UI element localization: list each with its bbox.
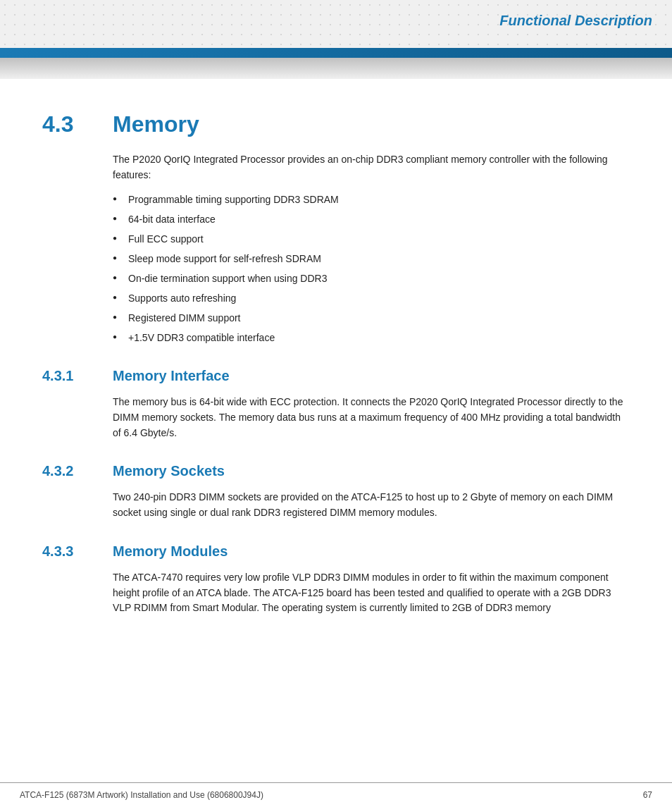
section-432-number: 4.3.2 <box>42 460 113 481</box>
bullet-item: Sleep mode support for self-refresh SDRA… <box>113 252 630 266</box>
section-43-title: Memory <box>113 107 199 141</box>
section-431: 4.3.1 Memory Interface <box>42 365 630 386</box>
section-43: 4.3 Memory <box>42 107 630 141</box>
section-433-body: The ATCA-7470 requires very low profile … <box>113 570 630 616</box>
section-433-title: Memory Modules <box>113 541 228 562</box>
bullet-item: 64-bit data interface <box>113 212 630 227</box>
bullet-item: Registered DIMM support <box>113 311 630 326</box>
gray-wave <box>0 58 672 79</box>
bullet-item: Supports auto refreshing <box>113 291 630 306</box>
section-433: 4.3.3 Memory Modules <box>42 541 630 562</box>
bullet-item: On-die termination support when using DD… <box>113 271 630 286</box>
section-43-number: 4.3 <box>42 107 113 141</box>
bullet-item: +1.5V DDR3 compatible interface <box>113 331 630 345</box>
bullet-item: Programmable timing supporting DDR3 SDRA… <box>113 192 630 207</box>
footer: ATCA-F125 (6873M Artwork) Installation a… <box>0 782 672 807</box>
header: Functional Description <box>0 0 672 48</box>
blue-stripe <box>0 48 672 58</box>
section-431-title: Memory Interface <box>113 365 230 386</box>
section-432: 4.3.2 Memory Sockets <box>42 460 630 481</box>
section-431-body: The memory bus is 64-bit wide with ECC p… <box>113 395 630 441</box>
section-431-number: 4.3.1 <box>42 365 113 386</box>
main-content: 4.3 Memory The P2020 QorIQ Integrated Pr… <box>0 79 672 682</box>
footer-left-text: ATCA-F125 (6873M Artwork) Installation a… <box>20 789 263 801</box>
bullet-item: Full ECC support <box>113 232 630 247</box>
section-43-intro: The P2020 QorIQ Integrated Processor pro… <box>113 152 630 183</box>
section-432-body: Two 240-pin DDR3 DIMM sockets are provid… <box>113 490 630 520</box>
section-43-bullets: Programmable timing supporting DDR3 SDRA… <box>113 192 630 345</box>
section-433-number: 4.3.3 <box>42 541 113 562</box>
page-title: Functional Description <box>499 10 652 31</box>
header-title-bar: Functional Description <box>457 0 672 31</box>
footer-page-number: 67 <box>643 789 652 801</box>
section-432-title: Memory Sockets <box>113 460 225 481</box>
